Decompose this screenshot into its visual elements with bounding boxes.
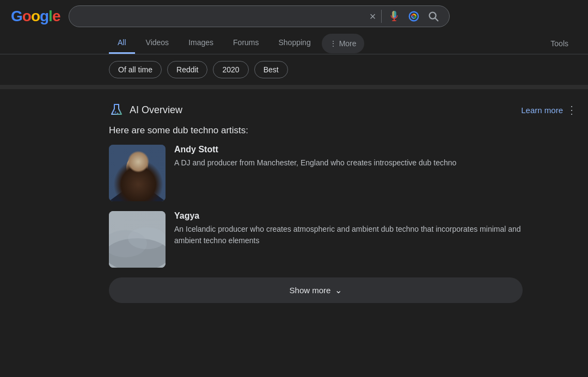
svg-point-1	[413, 16, 415, 17]
artist-desc-andy-stott: A DJ and producer from Manchester, Engla…	[174, 157, 456, 169]
artist-info-andy-stott: Andy Stott A DJ and producer from Manche…	[174, 145, 456, 169]
chip-2020[interactable]: 2020	[213, 61, 248, 78]
ai-overview-title-wrap: AI Overview	[109, 102, 182, 118]
tab-images[interactable]: Images	[180, 33, 222, 54]
more-options-button[interactable]: ⋮	[566, 103, 577, 116]
tab-shopping[interactable]: Shopping	[270, 33, 320, 54]
artist-name-yagya: Yagya	[174, 211, 523, 221]
svg-rect-7	[109, 145, 166, 201]
svg-point-10	[126, 156, 148, 180]
ai-flask-icon	[109, 102, 124, 118]
search-input[interactable]: recommend some dub techno artists	[78, 11, 364, 22]
microphone-icon	[388, 10, 400, 22]
lens-icon	[408, 10, 420, 22]
search-bar: recommend some dub techno artists ×	[69, 5, 450, 27]
artist-image-andy-stott	[109, 145, 166, 201]
ai-overview-panel: AI Overview Learn more ⋮ Here are some d…	[109, 102, 577, 303]
svg-line-3	[436, 18, 438, 21]
chip-best[interactable]: Best	[254, 61, 288, 78]
artist-card-andy-stott: Andy Stott A DJ and producer from Manche…	[109, 145, 577, 201]
search-icon	[427, 10, 439, 22]
ai-intro-text: Here are some dub techno artists:	[109, 125, 577, 136]
tab-all[interactable]: All	[109, 33, 135, 54]
more-dots-icon: ⋮	[329, 39, 337, 48]
tab-forums[interactable]: Forums	[224, 33, 267, 54]
show-more-label: Show more	[290, 286, 331, 295]
svg-point-11	[129, 170, 145, 181]
show-more-button[interactable]: Show more ⌄	[109, 277, 523, 303]
separator	[0, 85, 588, 89]
tab-videos[interactable]: Videos	[137, 33, 178, 54]
lens-button[interactable]	[407, 9, 421, 23]
artist-name-andy-stott: Andy Stott	[174, 145, 456, 154]
more-options-icon: ⋮	[566, 103, 577, 116]
chip-of-all-time[interactable]: Of all time	[109, 61, 162, 78]
artist-image-yagya	[109, 211, 166, 268]
tools-button[interactable]: Tools	[542, 34, 577, 53]
artist-info-yagya: Yagya An Icelandic producer who creates …	[174, 211, 523, 246]
svg-point-6	[117, 113, 118, 114]
ai-overview-header: AI Overview Learn more ⋮	[109, 102, 577, 118]
search-divider	[381, 10, 382, 23]
ai-overview-actions: Learn more ⋮	[521, 103, 577, 116]
svg-point-5	[115, 112, 117, 113]
chip-reddit[interactable]: Reddit	[167, 61, 207, 78]
nav-tabs: All Videos Images Forums Shopping ⋮ More…	[0, 33, 588, 54]
svg-point-15	[128, 227, 166, 249]
artist-card-yagya: Yagya An Icelandic producer who creates …	[109, 211, 577, 268]
filter-chips: Of all time Reddit 2020 Best	[0, 54, 588, 85]
search-submit-button[interactable]	[426, 9, 440, 23]
artist-desc-yagya: An Icelandic producer who creates atmosp…	[174, 224, 523, 246]
learn-more-link[interactable]: Learn more	[521, 106, 563, 115]
tab-more[interactable]: ⋮ More	[322, 34, 364, 53]
microphone-button[interactable]	[387, 9, 401, 23]
ai-overview-title: AI Overview	[130, 104, 182, 116]
clear-button[interactable]: ×	[370, 11, 376, 22]
chevron-down-icon: ⌄	[335, 285, 342, 295]
svg-rect-8	[109, 145, 166, 201]
main-content: AI Overview Learn more ⋮ Here are some d…	[0, 89, 588, 303]
header: Google recommend some dub techno artists…	[0, 0, 588, 33]
svg-point-9	[123, 179, 151, 201]
google-logo: Google	[11, 8, 60, 25]
